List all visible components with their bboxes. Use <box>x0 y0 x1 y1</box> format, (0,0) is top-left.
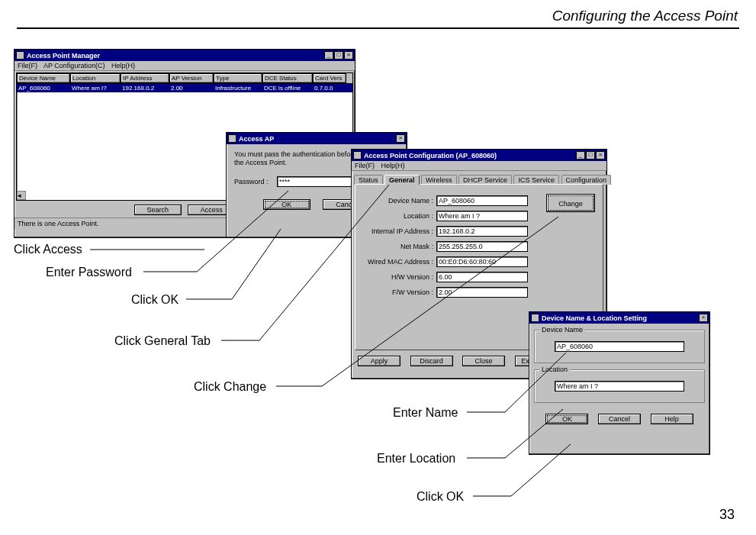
cell-apver: 2.00 <box>169 84 214 92</box>
menu-help[interactable]: Help(H) <box>381 162 405 169</box>
callout-enter-name: Enter Name <box>393 406 458 420</box>
cell-cardver: 0.7.0.0 <box>313 84 346 92</box>
label-wiredmac: Wired MAC Address : <box>360 258 436 266</box>
dnl-name-input[interactable]: AP_608060 <box>555 341 684 352</box>
password-label: Password : <box>234 178 277 185</box>
cell-devicename: AP_608060 <box>17 84 70 92</box>
dnl-ok-button[interactable]: OK <box>545 414 588 424</box>
col-type[interactable]: Type <box>214 73 262 83</box>
close-icon[interactable]: × <box>699 314 708 322</box>
app-icon <box>531 314 539 322</box>
apm-title: Access Point Manager <box>27 52 323 60</box>
col-ip[interactable]: IP Address <box>121 73 169 83</box>
cell-dce: DCE is offline <box>262 84 313 92</box>
callout-click-access: Click Access <box>14 243 82 256</box>
menu-help[interactable]: Help(H) <box>111 62 135 69</box>
dnl-titlebar: Device Name & Location Setting × <box>529 312 709 324</box>
maximize-icon[interactable]: □ <box>334 51 343 60</box>
col-dce[interactable]: DCE Status <box>262 73 313 83</box>
menu-file[interactable]: File(F) <box>18 62 37 69</box>
menu-apconfig[interactable]: AP Configuration(C) <box>43 62 105 69</box>
access-ap-titlebar: Access AP × <box>227 133 407 144</box>
app-icon <box>353 151 362 160</box>
dnl-location-input[interactable]: Where am I ? <box>555 381 684 392</box>
label-fwver: F/W Version : <box>360 288 436 296</box>
cell-type: Infrastructure <box>214 84 262 92</box>
cell-location: Where am I? <box>70 84 121 92</box>
dnl-name-caption: Device Name <box>539 326 585 334</box>
callout-click-ok-2: Click OK <box>417 490 464 504</box>
apc-menubar: File(F) Help(H) <box>352 161 606 171</box>
label-internalip: Internal IP Address : <box>360 227 436 235</box>
table-row[interactable]: AP_608060 Where am I? 192.168.0.2 2.00 I… <box>17 84 352 92</box>
dnl-title: Device Name & Location Setting <box>542 314 698 322</box>
label-netmask: Net Mask : <box>360 243 436 250</box>
maximize-icon[interactable]: □ <box>586 151 595 160</box>
tab-general[interactable]: General <box>384 175 420 185</box>
apc-tabs: Status General Wireless DHCP Service ICS… <box>352 174 606 184</box>
callout-enter-location: Enter Location <box>377 452 455 466</box>
page-number: 33 <box>719 507 735 523</box>
discard-button[interactable]: Discard <box>410 356 453 366</box>
callout-click-general: Click General Tab <box>114 334 211 348</box>
callout-enter-password: Enter Password <box>46 266 132 279</box>
menu-file[interactable]: File(F) <box>355 162 375 169</box>
app-icon <box>228 134 236 143</box>
field-fwver: 2.00 <box>436 287 528 298</box>
field-location: Where am I ? <box>436 211 528 221</box>
search-button[interactable]: Search <box>134 205 182 215</box>
access-ap-title: Access AP <box>239 135 395 143</box>
close-icon[interactable]: × <box>396 134 405 143</box>
dnl-name-group: Device Name AP_608060 <box>534 330 705 363</box>
label-devicename: Device Name : <box>360 197 436 205</box>
callout-click-change: Click Change <box>194 380 266 394</box>
field-netmask: 255.255.255.0 <box>436 241 528 252</box>
minimize-icon[interactable]: _ <box>324 51 333 60</box>
col-devicename[interactable]: Device Name <box>17 73 70 83</box>
dnl-location-caption: Location <box>539 366 570 373</box>
header-rule <box>17 27 739 29</box>
col-cardver[interactable]: Card Vers <box>313 73 346 83</box>
apm-titlebar: Access Point Manager _ □ × <box>14 50 355 61</box>
dnl-button-row: OK Cancel Help <box>529 409 709 429</box>
close-icon[interactable]: × <box>344 51 353 60</box>
col-location[interactable]: Location <box>70 73 121 83</box>
page-header: Configuring the Access Point <box>552 8 738 24</box>
apm-table-header: Device Name Location IP Address AP Versi… <box>17 73 352 84</box>
apc-title: Access Point Configuration (AP_608060) <box>364 152 575 160</box>
scroll-left-icon[interactable]: ◂ <box>17 191 26 200</box>
field-internalip: 192.168.0.2 <box>436 226 528 237</box>
label-location: Location : <box>360 212 436 220</box>
apply-button[interactable]: Apply <box>358 356 401 366</box>
field-wiredmac: 00:E0:D6:60:80:60 <box>436 256 528 267</box>
apc-titlebar: Access Point Configuration (AP_608060) _… <box>352 150 606 161</box>
label-hwver: H/W Version : <box>360 273 436 281</box>
change-button[interactable]: Change <box>546 194 595 212</box>
field-hwver: 6.00 <box>436 272 528 282</box>
close-icon[interactable]: × <box>596 151 605 160</box>
dnl-location-group: Location Where am I ? <box>534 369 705 403</box>
col-apver[interactable]: AP Version <box>169 73 214 83</box>
apm-menubar: File(F) AP Configuration(C) Help(H) <box>14 61 355 71</box>
cell-ip: 192.168.0.2 <box>121 84 169 92</box>
access-ap-ok-button[interactable]: OK <box>263 199 310 210</box>
dnl-cancel-button[interactable]: Cancel <box>598 414 641 424</box>
app-icon <box>16 51 24 60</box>
apc-close-button[interactable]: Close <box>462 356 505 366</box>
field-devicename: AP_608060 <box>436 195 528 206</box>
dnl-dialog: Device Name & Location Setting × Device … <box>529 311 710 455</box>
dnl-help-button[interactable]: Help <box>651 414 693 424</box>
minimize-icon[interactable]: _ <box>576 151 585 160</box>
callout-click-ok: Click OK <box>131 293 179 307</box>
